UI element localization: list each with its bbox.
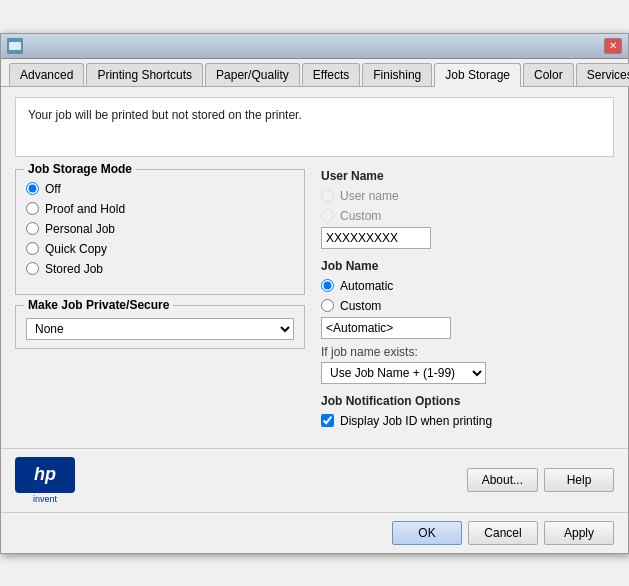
radio-off-input[interactable]: [26, 182, 39, 195]
tab-advanced[interactable]: Advanced: [9, 63, 84, 86]
job-name-label: Job Name: [321, 259, 614, 273]
tab-printing-shortcuts[interactable]: Printing Shortcuts: [86, 63, 203, 86]
user-name-input[interactable]: [321, 227, 431, 249]
radio-quick-copy[interactable]: Quick Copy: [26, 242, 294, 256]
display-job-id-checkbox-label[interactable]: Display Job ID when printing: [321, 414, 614, 428]
title-bar: ✕: [1, 34, 628, 59]
storage-mode-radio-group: Off Proof and Hold Personal Job: [26, 182, 294, 276]
tab-services[interactable]: Services: [576, 63, 629, 86]
make-private-select[interactable]: None: [26, 318, 294, 340]
close-button[interactable]: ✕: [604, 38, 622, 54]
radio-stored-job-input[interactable]: [26, 262, 39, 275]
radio-proof-hold-input[interactable]: [26, 202, 39, 215]
radio-personal-job-input[interactable]: [26, 222, 39, 235]
about-help-buttons: About... Help: [467, 468, 614, 492]
tab-content: Your job will be printed but not stored …: [1, 87, 628, 448]
hp-invent-text: invent: [15, 494, 75, 504]
window-controls: ✕: [604, 38, 622, 54]
if-exists-select[interactable]: Use Job Name + (1-99): [321, 362, 486, 384]
tab-bar: Advanced Printing Shortcuts Paper/Qualit…: [1, 59, 628, 87]
radio-automatic[interactable]: Automatic: [321, 279, 614, 293]
about-button[interactable]: About...: [467, 468, 538, 492]
job-notification-section: Job Notification Options Display Job ID …: [321, 394, 614, 428]
user-name-radio-group: User name Custom: [321, 189, 614, 223]
radio-stored-job[interactable]: Stored Job: [26, 262, 294, 276]
radio-automatic-input[interactable]: [321, 279, 334, 292]
job-name-input-wrapper: [321, 317, 614, 339]
job-notification-label: Job Notification Options: [321, 394, 614, 408]
tab-paper-quality[interactable]: Paper/Quality: [205, 63, 300, 86]
job-storage-mode-label: Job Storage Mode: [24, 162, 136, 176]
dialog-buttons: OK Cancel Apply: [1, 512, 628, 553]
tab-effects[interactable]: Effects: [302, 63, 360, 86]
radio-user-name-label: User name: [340, 189, 399, 203]
hp-logo-text: hp: [34, 464, 56, 485]
radio-user-name-input[interactable]: [321, 189, 334, 202]
cancel-button[interactable]: Cancel: [468, 521, 538, 545]
user-name-label: User Name: [321, 169, 614, 183]
right-column: User Name User name Custom: [321, 169, 614, 438]
radio-automatic-label: Automatic: [340, 279, 393, 293]
window-icon: [7, 38, 23, 54]
display-job-id-checkbox[interactable]: [321, 414, 334, 427]
main-window: ✕ Advanced Printing Shortcuts Paper/Qual…: [0, 33, 629, 554]
radio-personal-job-label: Personal Job: [45, 222, 115, 236]
radio-off[interactable]: Off: [26, 182, 294, 196]
if-job-name-exists-label: If job name exists:: [321, 345, 614, 359]
display-job-id-label: Display Job ID when printing: [340, 414, 492, 428]
make-private-content: None: [26, 318, 294, 340]
radio-proof-hold[interactable]: Proof and Hold: [26, 202, 294, 216]
radio-off-label: Off: [45, 182, 61, 196]
radio-custom-input[interactable]: [321, 299, 334, 312]
radio-custom[interactable]: Custom: [321, 299, 614, 313]
bottom-bar: hp invent About... Help: [1, 448, 628, 512]
info-message: Your job will be printed but not stored …: [28, 108, 302, 122]
radio-custom-label: Custom: [340, 299, 381, 313]
ok-button[interactable]: OK: [392, 521, 462, 545]
tab-color[interactable]: Color: [523, 63, 574, 86]
info-box: Your job will be printed but not stored …: [15, 97, 614, 157]
make-private-label: Make Job Private/Secure: [24, 298, 173, 312]
radio-proof-hold-label: Proof and Hold: [45, 202, 125, 216]
job-name-section: Job Name Automatic Custom: [321, 259, 614, 384]
make-private-group: Make Job Private/Secure None: [15, 305, 305, 349]
radio-quick-copy-input[interactable]: [26, 242, 39, 255]
user-name-section: User Name User name Custom: [321, 169, 614, 249]
job-name-input[interactable]: [321, 317, 451, 339]
hp-logo-area: hp invent: [15, 457, 75, 504]
tab-finishing[interactable]: Finishing: [362, 63, 432, 86]
help-button[interactable]: Help: [544, 468, 614, 492]
hp-logo: hp: [15, 457, 75, 493]
job-name-radio-group: Automatic Custom: [321, 279, 614, 313]
left-column: Job Storage Mode Off Proof and Hold: [15, 169, 305, 438]
radio-personal-job[interactable]: Personal Job: [26, 222, 294, 236]
apply-button[interactable]: Apply: [544, 521, 614, 545]
main-columns: Job Storage Mode Off Proof and Hold: [15, 169, 614, 438]
radio-stored-job-label: Stored Job: [45, 262, 103, 276]
radio-user-name-custom-input[interactable]: [321, 209, 334, 222]
job-storage-mode-content: Off Proof and Hold Personal Job: [26, 182, 294, 276]
tab-job-storage[interactable]: Job Storage: [434, 63, 521, 87]
job-storage-mode-group: Job Storage Mode Off Proof and Hold: [15, 169, 305, 295]
radio-user-name-custom-label: Custom: [340, 209, 381, 223]
radio-user-name[interactable]: User name: [321, 189, 614, 203]
radio-quick-copy-label: Quick Copy: [45, 242, 107, 256]
svg-rect-1: [9, 42, 21, 50]
radio-user-name-custom[interactable]: Custom: [321, 209, 614, 223]
